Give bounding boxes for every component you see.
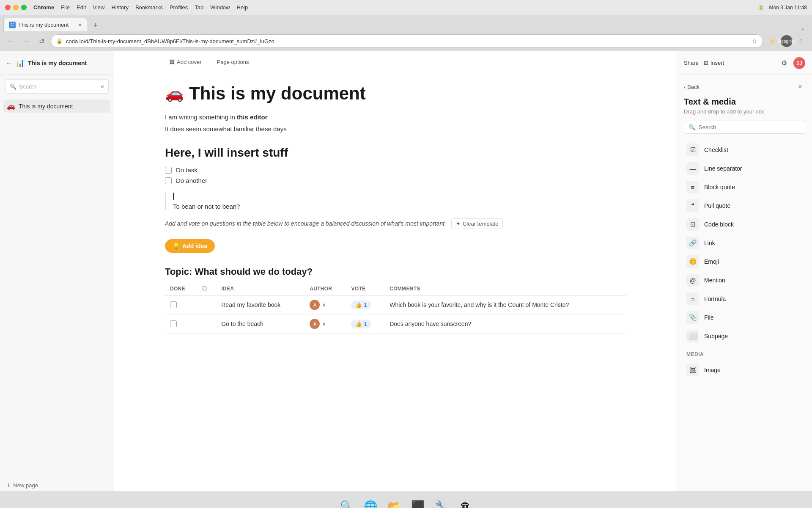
dock-chrome[interactable]: 🌐 [360,497,381,508]
content-toolbar: 🖼 Add cover Page options [114,51,677,73]
menu-file[interactable]: File [61,4,70,11]
row1-checkbox[interactable] [170,301,177,308]
emoji-icon: 😊 [686,255,699,268]
panel-back-header: ‹ Back × [684,82,805,92]
table-cell-vote-1[interactable]: 👍 1 [346,295,384,315]
forward-button[interactable]: → [20,35,32,47]
checkbox-label-2: Do another [176,177,207,184]
panel-item-subpage[interactable]: ⬜ Subpage [684,327,805,345]
browser-user-avatar[interactable]: Incognito [781,35,793,47]
vote-badge-1[interactable]: 👍 1 [351,301,371,309]
add-cover-icon: 🖼 [169,59,175,65]
sidebar-back-button[interactable]: ← [6,60,12,66]
dock-finder[interactable]: 🔍 [337,497,357,508]
thumbs-up-icon-2: 👍 [355,321,362,327]
share-button[interactable]: Share [684,60,699,66]
doc-heading-2[interactable]: Here, I will insert stuff [165,146,626,160]
menu-history[interactable]: History [111,4,128,11]
menu-edit[interactable]: Edit [77,4,86,11]
table-cell-vote-2[interactable]: 👍 1 [346,315,384,334]
reload-button[interactable]: ↺ [36,35,47,47]
author-dropdown-2[interactable]: ∨ [322,321,326,327]
panel-item-checklist[interactable]: ☑ Checklist [684,141,805,159]
new-tab-button[interactable]: + [90,19,102,31]
bookmark-star-icon[interactable]: ☆ [752,38,757,44]
sidebar-add-page-button[interactable]: + New page [3,479,110,491]
row2-checkbox[interactable] [170,320,177,327]
author-dropdown-1[interactable]: ∨ [322,302,326,308]
clear-template-button[interactable]: ✦ Clear template [451,218,503,229]
add-cover-button[interactable]: 🖼 Add cover [165,57,206,67]
checkbox-1[interactable] [165,167,172,174]
browser-tab-active[interactable]: C This is my document × [3,18,88,31]
panel-item-image[interactable]: 🖼 Image [684,361,805,379]
fullscreen-window-button[interactable] [21,5,27,10]
user-avatar[interactable]: SJ [793,57,805,69]
table-cell-done-2[interactable] [165,315,197,334]
checkbox-item-2[interactable]: Do another [165,177,626,184]
menu-tab[interactable]: Tab [195,4,203,11]
tab-bar: C This is my document × + ⌄ [0,15,812,31]
browser-menu-button[interactable]: ⋮ [795,35,807,47]
sidebar-item-label: This is my document [19,103,107,110]
dock-tools[interactable]: 🔧 [431,497,452,508]
browser-extensions-button[interactable]: ⚡ [766,35,778,47]
panel-item-formula[interactable]: ≈ Formula [684,290,805,308]
panel-item-line-separator[interactable]: — Line separator [684,159,805,178]
url-bar[interactable]: 🔒 coda.io/d/This-is-my-document_dBhAUW8p… [51,34,763,48]
panel-search-bar[interactable]: 🔍 [684,121,805,134]
pull-quote-icon: ❝ [686,199,699,212]
close-window-button[interactable] [5,5,11,10]
insert-label: Insert [710,60,724,66]
panel-item-emoji[interactable]: 😊 Emoji [684,252,805,271]
panel-item-pull-quote[interactable]: ❝ Pull quote [684,196,805,215]
menu-view[interactable]: View [93,4,104,11]
back-button[interactable]: ← [5,35,17,47]
sidebar-search-bar[interactable]: 🔍 Search « [5,79,109,94]
sidebar-collapse-button[interactable]: « [101,83,104,90]
sidebar-item-document[interactable]: 🚗 This is my document [3,99,110,113]
vote-count-1: 1 [364,302,367,308]
add-idea-emoji: 💡 [173,243,180,249]
menu-window[interactable]: Window [210,4,230,11]
add-idea-button[interactable]: 💡 Add idea [165,239,215,253]
checkbox-2[interactable] [165,177,172,184]
panel-item-file[interactable]: 📎 File [684,308,805,327]
panel-item-code-block[interactable]: ⊡ Code block [684,215,805,234]
table-row: Go to the beach A ∨ 👍 1 [165,315,626,334]
doc-title[interactable]: This is my document [189,83,366,104]
doc-paragraph-1: I am writing something in this editor [165,112,626,122]
dock-files[interactable]: 📂 [384,497,404,508]
menu-help[interactable]: Help [237,4,248,11]
panel-item-link[interactable]: 🔗 Link [684,234,805,252]
page-options-button[interactable]: Page options [213,57,253,67]
panel-search-input[interactable] [699,124,801,130]
dock-terminal[interactable]: ⬛ [408,497,428,508]
col-idea-icon: ☐ [197,282,216,295]
back-chevron-icon: ‹ [684,84,686,90]
menu-profiles[interactable]: Profiles [170,4,188,11]
minimize-window-button[interactable] [13,5,19,10]
tab-expand-button[interactable]: ⌄ [800,25,809,31]
ideas-table: Done ☐ Idea Author Vote Comments Read my… [165,282,626,334]
panel-back-button[interactable]: ‹ Back [684,84,700,90]
traffic-lights[interactable] [5,5,27,10]
insert-button[interactable]: ⊞ Insert [704,60,724,66]
checkbox-item-1[interactable]: Do task [165,166,626,174]
app-menu-chrome[interactable]: Chrome [33,4,54,11]
dock-trash[interactable]: 🗑 [455,497,475,508]
lock-icon: 🔒 [56,38,63,44]
settings-button[interactable]: ⚙ [778,57,790,69]
tab-close-button[interactable]: × [77,21,82,29]
table-row: Read my favorite book A ∨ 👍 1 [165,295,626,315]
panel-close-button[interactable]: × [795,82,805,92]
doc-paragraph-2: It does seem somewhat familiar these day… [165,124,626,134]
vote-badge-2[interactable]: 👍 1 [351,320,371,329]
table-cell-done-1[interactable] [165,295,197,315]
emoji-label: Emoji [704,258,719,265]
blockquote[interactable]: To bean or not to bean? [165,193,626,210]
panel-item-block-quote[interactable]: ≡ Block quote [684,178,805,196]
clear-template-icon: ✦ [456,221,461,227]
menu-bookmarks[interactable]: Bookmarks [135,4,163,11]
panel-item-mention[interactable]: @ Mention [684,271,805,290]
